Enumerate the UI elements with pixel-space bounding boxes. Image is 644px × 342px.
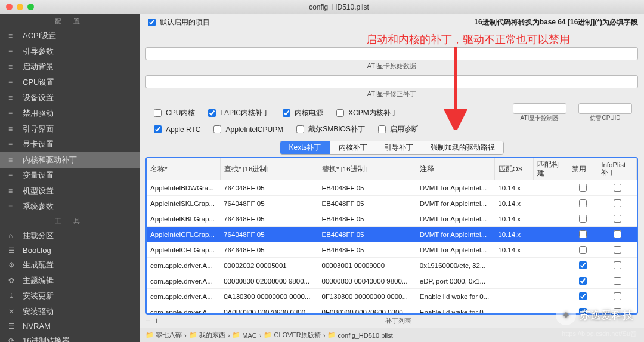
sidebar-tool-0[interactable]: ⌂挂载分区 — [0, 228, 140, 244]
table-row[interactable]: AppleIntelSKLGrap...764048FF 05EB4048FF … — [147, 196, 637, 211]
dis-checkbox[interactable] — [579, 246, 587, 254]
sidebar-item-10[interactable]: ≡机型设置 — [0, 183, 140, 199]
list-icon: ≡ — [8, 156, 18, 164]
ati-raw-input[interactable] — [145, 47, 638, 60]
sidebar-item-2[interactable]: ≡启动背景 — [0, 59, 140, 75]
table-row[interactable]: AppleIntelCFLGrap...764648FF 05EB4648FF … — [147, 242, 637, 258]
remove-row-button[interactable]: − — [145, 316, 150, 325]
dis-checkbox[interactable] — [579, 277, 587, 285]
tool-icon: ✿ — [8, 276, 18, 285]
apple-rtc-checkbox[interactable]: Apple RTC — [151, 124, 200, 135]
breadcrumb-item[interactable]: 📁零七八碎 — [145, 331, 182, 340]
sidebar-item-label: 变量设置 — [23, 170, 54, 181]
breadcrumb-item[interactable]: 📁CLOVER原版精 — [264, 331, 320, 340]
sidebar-item-5[interactable]: ≡禁用驱动 — [0, 106, 140, 121]
info-checkbox[interactable] — [614, 292, 621, 300]
dis-checkbox[interactable] — [579, 230, 587, 238]
tool-icon: ☰ — [8, 322, 18, 331]
sidebar-item-4[interactable]: ≡设备设置 — [0, 90, 140, 106]
list-icon: ≡ — [8, 32, 18, 40]
sidebar-item-8[interactable]: ≡内核和驱动补丁 — [0, 152, 140, 168]
info-checkbox[interactable] — [614, 277, 621, 285]
xcpm-checkbox[interactable]: XCPM内核补丁 — [334, 107, 398, 119]
sidebar-tool-4[interactable]: ⇣安装更新 — [0, 288, 140, 304]
table-row[interactable]: com.apple.driver.A...00000800 02000000 9… — [147, 273, 637, 289]
dis-checkbox[interactable] — [579, 292, 587, 300]
sidebar-item-label: 挂载分区 — [23, 230, 54, 241]
info-checkbox[interactable] — [614, 184, 621, 192]
info-checkbox[interactable] — [614, 246, 621, 254]
list-icon: ≡ — [8, 78, 18, 87]
dis-checkbox[interactable] — [579, 261, 587, 269]
ati-fix-input[interactable] — [145, 75, 638, 88]
column-header[interactable]: 匹配构建 — [534, 158, 568, 180]
column-header[interactable]: 禁用 — [568, 158, 597, 180]
sidebar-tool-2[interactable]: ⚙生成配置 — [0, 257, 140, 273]
tab-0[interactable]: Kexts补丁 — [280, 141, 330, 154]
table-row[interactable]: AppleIntelBDWGra...764048FF 05EB4048FF 0… — [147, 180, 637, 196]
fake-cpuid-input[interactable] — [578, 103, 632, 114]
close-icon[interactable] — [6, 4, 13, 10]
info-checkbox[interactable] — [614, 230, 621, 238]
column-header[interactable]: 匹配OS — [494, 158, 534, 180]
sidebar-tool-1[interactable]: ☰Boot.log — [0, 244, 140, 257]
zoom-icon[interactable] — [27, 4, 34, 10]
boot-diag-checkbox[interactable]: 启用诊断 — [376, 124, 419, 135]
sidebar-tool-6[interactable]: ☰NVRAM — [0, 319, 140, 333]
list-icon: ≡ — [8, 125, 18, 133]
tab-1[interactable]: 内核补丁 — [330, 141, 376, 154]
sidebar-item-label: 禁用驱动 — [23, 108, 54, 119]
dis-checkbox[interactable] — [579, 215, 587, 223]
info-checkbox[interactable] — [614, 215, 621, 223]
column-header[interactable]: 替换* [16进制] — [318, 158, 416, 180]
sidebar-item-1[interactable]: ≡引导参数 — [0, 44, 140, 59]
sidebar-item-11[interactable]: ≡系统参数 — [0, 199, 140, 214]
sidebar-item-label: 设备设置 — [23, 93, 54, 103]
column-header[interactable]: 注释 — [416, 158, 494, 180]
table-row[interactable]: AppleIntelCFLGrap...764048FF 05EB4048FF … — [147, 227, 637, 242]
sidebar-item-label: 机型设置 — [23, 186, 54, 196]
column-header[interactable]: 名称* — [147, 158, 220, 180]
sidebar-header-config: 配 置 — [0, 14, 140, 28]
default-enabled-checkbox[interactable]: 默认启用的项目 — [145, 17, 210, 28]
chevron-right-icon: › — [259, 332, 262, 339]
dell-smbios-checkbox[interactable]: 戴尔SMBIOS补丁 — [294, 124, 365, 135]
breadcrumb-item[interactable]: 📁我的东西 — [189, 331, 225, 340]
apple-cpupm-checkbox[interactable]: AppleIntelCPUPM — [211, 124, 283, 135]
sidebar-item-9[interactable]: ≡变量设置 — [0, 168, 140, 183]
kernel-pm-checkbox[interactable]: 内核电源 — [280, 107, 323, 119]
tab-2[interactable]: 引导补丁 — [376, 141, 422, 154]
breadcrumb-item[interactable]: 📁MAC — [232, 331, 256, 339]
folder-icon: 📁 — [189, 331, 197, 339]
column-header[interactable]: 查找* [16进制] — [220, 158, 318, 180]
sidebar-item-0[interactable]: ≡ACPI设置 — [0, 28, 140, 44]
info-checkbox[interactable] — [614, 261, 621, 269]
wechat-icon: ✦ — [556, 305, 576, 325]
lapic-checkbox[interactable]: LAPIC内核补丁 — [206, 107, 270, 119]
sidebar-item-label: 安装驱动 — [23, 306, 54, 317]
sidebar-item-7[interactable]: ≡显卡设置 — [0, 137, 140, 152]
ati-controller-input[interactable] — [513, 103, 566, 114]
breadcrumb-item[interactable]: 📁config_HD510.plist — [327, 331, 392, 339]
dis-checkbox[interactable] — [579, 199, 587, 207]
sidebar-item-6[interactable]: ≡引导界面 — [0, 121, 140, 137]
table-row[interactable]: AppleIntelKBLGrap...764648FF 05EB4648FF … — [147, 211, 637, 227]
table-row[interactable]: com.apple.driver.A...00002002 0000500100… — [147, 258, 637, 273]
sidebar-item-label: 生成配置 — [23, 260, 54, 270]
minimize-icon[interactable] — [17, 4, 23, 10]
table-row[interactable]: com.apple.driver.A...0A130300 00000000 0… — [147, 289, 637, 304]
column-header[interactable]: InfoPlist补丁 — [597, 158, 637, 180]
tab-3[interactable]: 强制加载的驱动路径 — [422, 141, 503, 154]
cpu-core-checkbox[interactable]: CPU内核 — [151, 107, 195, 119]
dis-checkbox[interactable] — [579, 184, 587, 192]
sidebar-item-3[interactable]: ≡CPU设置 — [0, 75, 140, 90]
sidebar-tool-3[interactable]: ✿主题编辑 — [0, 273, 140, 288]
add-row-button[interactable]: + — [154, 316, 159, 325]
sidebar-item-label: NVRAM — [23, 322, 51, 331]
tool-icon: ⌂ — [8, 232, 18, 240]
folder-icon: 📁 — [145, 331, 154, 339]
sidebar-tool-5[interactable]: ✕安装驱动 — [0, 304, 140, 319]
sidebar-item-label: 显卡设置 — [23, 139, 54, 150]
info-checkbox[interactable] — [614, 199, 621, 207]
sidebar-tool-7[interactable]: ⟳16进制转换器 — [0, 333, 140, 342]
